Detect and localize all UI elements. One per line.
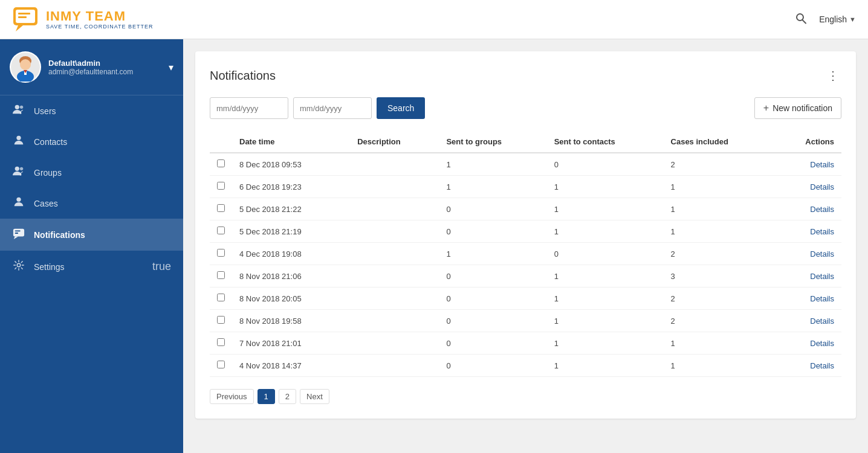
row-checkbox-cell [210,265,232,288]
row-details-link[interactable]: Details [775,243,842,265]
new-notification-button[interactable]: + New notification [754,97,841,119]
search-icon-button[interactable] [792,10,809,30]
row-details-link[interactable]: Details [775,198,842,220]
row-datetime: 6 Dec 2018 19:23 [232,176,350,198]
row-sent-groups: 1 [439,153,546,176]
users-icon [12,104,25,118]
row-description [350,310,439,332]
pagination-page-2[interactable]: 2 [279,389,296,404]
row-sent-contacts: 0 [547,243,664,265]
table-row: 7 Nov 2018 21:01 0 1 1 Details [210,332,841,355]
plus-icon: + [763,103,769,114]
language-label: English [819,14,847,24]
row-details-link[interactable]: Details [775,310,842,332]
row-details-link[interactable]: Details [775,153,842,176]
row-description [350,288,439,310]
row-details-link[interactable]: Details [775,355,842,377]
row-sent-contacts: 1 [547,332,664,355]
sidebar-item-settings[interactable]: Settings true [0,251,183,283]
sidebar-item-contacts[interactable]: Contacts [0,126,183,157]
row-details-link[interactable]: Details [775,332,842,355]
row-sent-contacts: 1 [547,355,664,377]
sidebar: Default\admin admin@defaulttenant.com ▾ … [0,39,183,453]
sidebar-item-cases[interactable]: Cases [0,188,183,219]
row-datetime: 7 Nov 2018 21:01 [232,332,350,355]
pagination-page-1[interactable]: 1 [257,389,275,404]
row-sent-groups: 0 [439,220,546,243]
svg-rect-2 [18,13,30,14]
table-row: 8 Nov 2018 21:06 0 1 3 Details [210,265,841,288]
row-checkbox-5[interactable] [217,271,225,279]
row-sent-contacts: 1 [547,176,664,198]
new-notification-label: New notification [772,103,832,113]
sidebar-item-notifications-label: Notifications [34,230,171,240]
svg-marker-4 [16,25,23,31]
search-button[interactable]: Search [377,97,425,119]
svg-point-14 [20,106,23,109]
row-checkbox-9[interactable] [217,361,225,368]
groups-icon [12,165,25,179]
settings-plus-icon[interactable]: true [152,260,171,273]
user-dropdown-chevron[interactable]: ▾ [169,62,173,73]
row-details-link[interactable]: Details [775,265,842,288]
chevron-down-icon: ▼ [849,16,856,23]
row-description [350,332,439,355]
avatar-image [11,53,40,82]
row-cases: 3 [664,265,775,288]
row-datetime: 8 Nov 2018 19:58 [232,310,350,332]
row-details-link[interactable]: Details [775,288,842,310]
row-details-link[interactable]: Details [775,220,842,243]
row-checkbox-cell [210,355,232,377]
user-profile: Default\admin admin@defaulttenant.com ▾ [0,39,183,95]
pagination-next[interactable]: Next [300,389,329,404]
row-description [350,355,439,377]
row-sent-groups: 1 [439,243,546,265]
row-checkbox-2[interactable] [217,204,225,212]
row-details-link[interactable]: Details [775,176,842,198]
row-description [350,265,439,288]
svg-point-9 [20,59,31,70]
logo-icon [12,5,41,34]
svg-point-23 [17,263,20,266]
row-datetime: 8 Dec 2018 09:53 [232,153,350,176]
table-row: 8 Nov 2018 19:58 0 1 2 Details [210,310,841,332]
date-to-input[interactable] [293,97,372,119]
logo-in: IN [46,8,60,24]
row-checkbox-4[interactable] [217,249,225,257]
row-checkbox-3[interactable] [217,226,225,234]
svg-point-17 [20,167,23,170]
content-area: Notifications ⋮ Search + New notificatio… [183,39,868,453]
row-checkbox-6[interactable] [217,294,225,301]
col-sent-groups: Sent to groups [439,131,546,153]
table-row: 4 Nov 2018 14:37 0 1 1 Details [210,355,841,377]
row-checkbox-8[interactable] [217,338,225,346]
row-description [350,153,439,176]
row-checkbox-1[interactable] [217,182,225,190]
sidebar-item-users-label: Users [34,106,171,116]
row-sent-groups: 0 [439,355,546,377]
row-sent-groups: 1 [439,176,546,198]
date-from-input[interactable] [210,97,288,119]
notifications-table: Date time Description Sent to groups Sen… [210,131,841,377]
col-checkbox [210,131,232,153]
row-checkbox-0[interactable] [217,159,225,167]
svg-line-6 [803,20,806,24]
svg-point-13 [15,105,19,109]
row-checkbox-cell [210,153,232,176]
sidebar-item-groups[interactable]: Groups [0,157,183,188]
row-sent-contacts: 1 [547,288,664,310]
sidebar-item-users[interactable]: Users [0,95,183,126]
row-checkbox-7[interactable] [217,316,225,324]
user-info: Default\admin admin@defaulttenant.com [48,59,161,76]
pagination-previous[interactable]: Previous [210,389,254,404]
user-email: admin@defaulttenant.com [48,68,161,76]
row-description [350,198,439,220]
sidebar-item-notifications[interactable]: Notifications [0,219,183,251]
language-selector[interactable]: English ▼ [819,14,856,24]
settings-icon [12,259,25,274]
row-cases: 2 [664,153,775,176]
top-header: INMY TEAM SAVE TIME, COORDINATE BETTER E… [0,0,868,39]
card-menu-button[interactable]: ⋮ [824,66,841,85]
row-cases: 1 [664,176,775,198]
row-sent-contacts: 1 [547,198,664,220]
